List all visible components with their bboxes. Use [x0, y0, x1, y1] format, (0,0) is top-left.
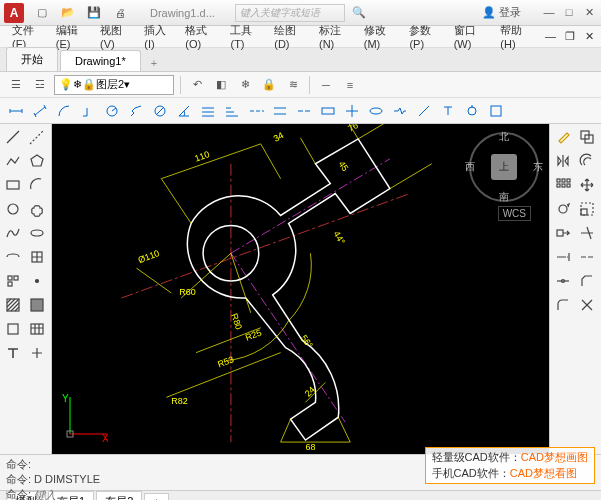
tab-drawing1[interactable]: Drawing1*: [60, 50, 141, 71]
dim-baseline-icon[interactable]: [222, 101, 242, 121]
doc-minimize-icon[interactable]: —: [539, 28, 555, 45]
menu-insert[interactable]: 插入(I): [138, 21, 175, 52]
point-tool-icon[interactable]: [26, 270, 48, 292]
menu-dim[interactable]: 标注(N): [313, 21, 354, 52]
dim-jogline-icon[interactable]: [390, 101, 410, 121]
dim-tedit-icon[interactable]: [438, 101, 458, 121]
table-tool-icon[interactable]: [26, 318, 48, 340]
region-tool-icon[interactable]: [2, 318, 24, 340]
qat-new-icon[interactable]: ▢: [32, 3, 52, 23]
menu-help[interactable]: 帮助(H): [494, 21, 535, 52]
wcs-label[interactable]: WCS: [498, 206, 531, 221]
dim-arc-icon[interactable]: [54, 101, 74, 121]
xline-tool-icon[interactable]: [26, 126, 48, 148]
dim-r53: R53: [216, 354, 235, 369]
scale-tool-icon[interactable]: [576, 198, 598, 220]
qat-save-icon[interactable]: 💾: [84, 3, 104, 23]
view-cube[interactable]: 上 北 南 西 东: [469, 132, 539, 202]
layer-dropdown[interactable]: 💡❄🔒 图层2 ▾: [54, 75, 174, 95]
erase-tool-icon[interactable]: [552, 126, 574, 148]
line-tool-icon[interactable]: [2, 126, 24, 148]
trim-tool-icon[interactable]: [576, 222, 598, 244]
minimize-icon[interactable]: —: [541, 6, 557, 19]
dim-jogged-icon[interactable]: [126, 101, 146, 121]
menu-modify[interactable]: 修改(M): [358, 21, 400, 52]
dim-linear-icon[interactable]: [6, 101, 26, 121]
block-tool-icon[interactable]: [2, 270, 24, 292]
dim-angular-icon[interactable]: [174, 101, 194, 121]
drawing-canvas[interactable]: 110 34 76 45 44° 56° Ø110 R60 R80 R25 R5…: [52, 124, 549, 454]
insert-tool-icon[interactable]: [26, 246, 48, 268]
break-tool-icon[interactable]: [576, 246, 598, 268]
dim-style-icon[interactable]: [486, 101, 506, 121]
doc-restore-icon[interactable]: ❐: [559, 28, 575, 45]
dim-space-icon[interactable]: [270, 101, 290, 121]
copy-tool-icon[interactable]: [576, 126, 598, 148]
spline-tool-icon[interactable]: [2, 222, 24, 244]
close-icon[interactable]: ✕: [581, 6, 597, 19]
array-tool-icon[interactable]: [552, 174, 574, 196]
stretch-tool-icon[interactable]: [552, 222, 574, 244]
search-icon[interactable]: 🔍: [349, 3, 369, 23]
polygon-tool-icon[interactable]: [26, 150, 48, 172]
layer-match-icon[interactable]: ≋: [283, 75, 303, 95]
menu-draw[interactable]: 绘图(D): [268, 21, 309, 52]
menu-view[interactable]: 视图(V): [94, 21, 134, 52]
maximize-icon[interactable]: □: [561, 6, 577, 19]
svg-rect-50: [567, 184, 570, 187]
menu-tools[interactable]: 工具(T): [224, 21, 264, 52]
login-button[interactable]: 👤 登录: [482, 5, 521, 20]
move-tool-icon[interactable]: [576, 174, 598, 196]
menu-format[interactable]: 格式(O): [179, 21, 220, 52]
dim-radius-icon[interactable]: [102, 101, 122, 121]
doc-close-icon[interactable]: ✕: [579, 28, 595, 45]
layer-freeze-icon[interactable]: ❄: [235, 75, 255, 95]
dim-diameter-icon[interactable]: [150, 101, 170, 121]
layer-iso-icon[interactable]: ◧: [211, 75, 231, 95]
dim-break-icon[interactable]: [294, 101, 314, 121]
menu-window[interactable]: 窗口(W): [448, 21, 491, 52]
dim-continue-icon[interactable]: [246, 101, 266, 121]
explode-tool-icon[interactable]: [576, 294, 598, 316]
revcloud-tool-icon[interactable]: [26, 198, 48, 220]
command-input[interactable]: [34, 489, 595, 501]
offset-tool-icon[interactable]: [576, 150, 598, 172]
mirror-tool-icon[interactable]: [552, 150, 574, 172]
extend-tool-icon[interactable]: [552, 246, 574, 268]
arc-tool-icon[interactable]: [26, 174, 48, 196]
rectangle-tool-icon[interactable]: [2, 174, 24, 196]
dim-edit-icon[interactable]: [414, 101, 434, 121]
layer-lock-icon[interactable]: 🔒: [259, 75, 279, 95]
dim-center-icon[interactable]: [342, 101, 362, 121]
layer-states-icon[interactable]: ☲: [30, 75, 50, 95]
fillet-tool-icon[interactable]: [552, 294, 574, 316]
dim-quick-icon[interactable]: [198, 101, 218, 121]
rotate-tool-icon[interactable]: [552, 198, 574, 220]
layer-manager-icon[interactable]: ☰: [6, 75, 26, 95]
menu-param[interactable]: 参数(P): [403, 21, 443, 52]
ellipse-tool-icon[interactable]: [26, 222, 48, 244]
ellipsearc-tool-icon[interactable]: [2, 246, 24, 268]
dim-aligned-icon[interactable]: [30, 101, 50, 121]
chamfer-tool-icon[interactable]: [576, 270, 598, 292]
help-search-input[interactable]: 键入关键字或短语: [235, 4, 345, 22]
linetype-icon[interactable]: ─: [316, 75, 336, 95]
tab-add-button[interactable]: +: [143, 55, 165, 71]
join-tool-icon[interactable]: [552, 270, 574, 292]
qat-print-icon[interactable]: 🖨: [110, 3, 130, 23]
pline-tool-icon[interactable]: [2, 150, 24, 172]
tab-start[interactable]: 开始: [6, 47, 58, 71]
lineweight-icon[interactable]: ≡: [340, 75, 360, 95]
qat-open-icon[interactable]: 📂: [58, 3, 78, 23]
dim-update-icon[interactable]: [462, 101, 482, 121]
mtext-tool-icon[interactable]: [2, 342, 24, 364]
dim-tolerance-icon[interactable]: [318, 101, 338, 121]
addselected-tool-icon[interactable]: [26, 342, 48, 364]
dim-inspect-icon[interactable]: [366, 101, 386, 121]
circle-tool-icon[interactable]: [2, 198, 24, 220]
hatch-tool-icon[interactable]: [2, 294, 24, 316]
dim-ordinate-icon[interactable]: [78, 101, 98, 121]
command-panel[interactable]: 命令: 命令: D DIMSTYLE 命令: 轻量级CAD软件：CAD梦想画图 …: [0, 454, 601, 490]
gradient-tool-icon[interactable]: [26, 294, 48, 316]
layer-prev-icon[interactable]: ↶: [187, 75, 207, 95]
